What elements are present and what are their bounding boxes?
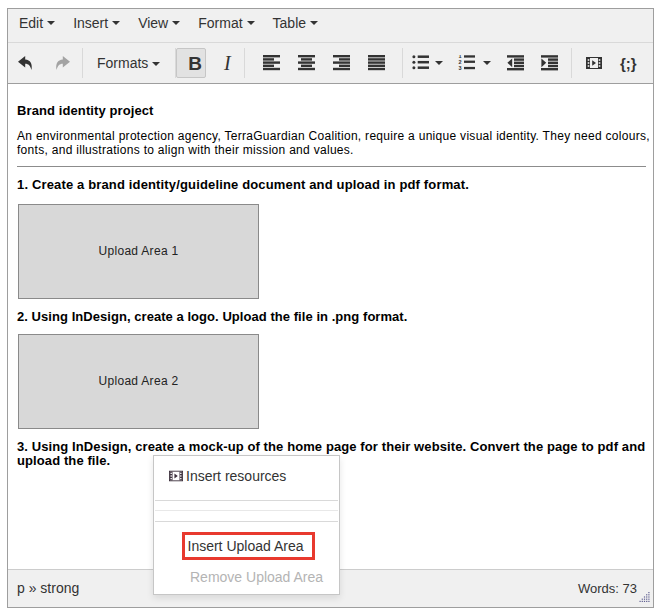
svg-text:2: 2 [458,59,461,65]
svg-text:3: 3 [458,65,461,71]
